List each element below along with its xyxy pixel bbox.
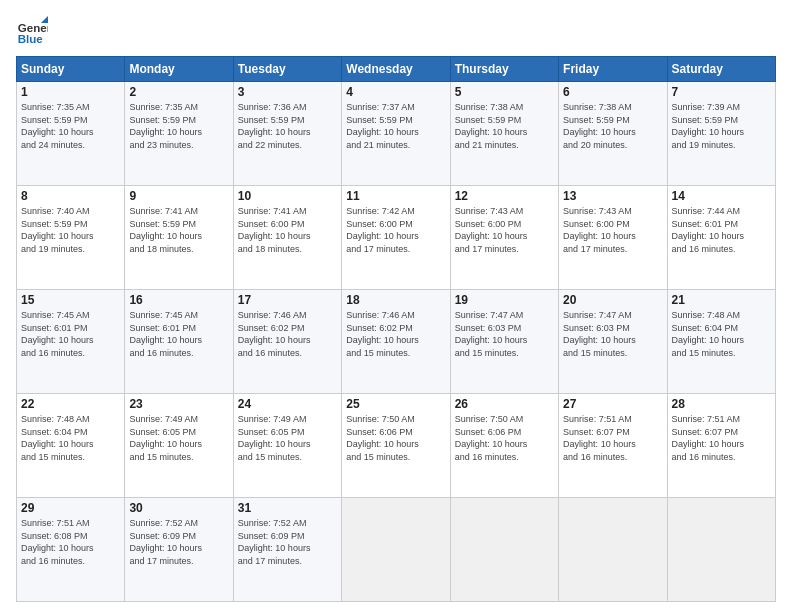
calendar-cell: 31Sunrise: 7:52 AM Sunset: 6:09 PM Dayli… xyxy=(233,498,341,602)
day-info: Sunrise: 7:52 AM Sunset: 6:09 PM Dayligh… xyxy=(238,517,337,567)
day-info: Sunrise: 7:40 AM Sunset: 5:59 PM Dayligh… xyxy=(21,205,120,255)
day-number: 6 xyxy=(563,85,662,99)
day-info: Sunrise: 7:47 AM Sunset: 6:03 PM Dayligh… xyxy=(455,309,554,359)
weekday-header-monday: Monday xyxy=(125,57,233,82)
calendar-cell: 10Sunrise: 7:41 AM Sunset: 6:00 PM Dayli… xyxy=(233,186,341,290)
day-info: Sunrise: 7:38 AM Sunset: 5:59 PM Dayligh… xyxy=(563,101,662,151)
calendar-cell xyxy=(342,498,450,602)
day-number: 19 xyxy=(455,293,554,307)
logo: General Blue xyxy=(16,16,48,48)
day-info: Sunrise: 7:36 AM Sunset: 5:59 PM Dayligh… xyxy=(238,101,337,151)
weekday-header-wednesday: Wednesday xyxy=(342,57,450,82)
calendar-cell: 2Sunrise: 7:35 AM Sunset: 5:59 PM Daylig… xyxy=(125,82,233,186)
calendar-cell xyxy=(667,498,775,602)
day-number: 8 xyxy=(21,189,120,203)
day-info: Sunrise: 7:37 AM Sunset: 5:59 PM Dayligh… xyxy=(346,101,445,151)
day-number: 23 xyxy=(129,397,228,411)
weekday-header-tuesday: Tuesday xyxy=(233,57,341,82)
calendar-cell: 9Sunrise: 7:41 AM Sunset: 5:59 PM Daylig… xyxy=(125,186,233,290)
calendar-cell: 17Sunrise: 7:46 AM Sunset: 6:02 PM Dayli… xyxy=(233,290,341,394)
day-info: Sunrise: 7:42 AM Sunset: 6:00 PM Dayligh… xyxy=(346,205,445,255)
day-info: Sunrise: 7:46 AM Sunset: 6:02 PM Dayligh… xyxy=(346,309,445,359)
weekday-header-saturday: Saturday xyxy=(667,57,775,82)
day-info: Sunrise: 7:46 AM Sunset: 6:02 PM Dayligh… xyxy=(238,309,337,359)
calendar-cell: 18Sunrise: 7:46 AM Sunset: 6:02 PM Dayli… xyxy=(342,290,450,394)
day-number: 12 xyxy=(455,189,554,203)
day-info: Sunrise: 7:35 AM Sunset: 5:59 PM Dayligh… xyxy=(129,101,228,151)
day-info: Sunrise: 7:43 AM Sunset: 6:00 PM Dayligh… xyxy=(455,205,554,255)
calendar-cell xyxy=(559,498,667,602)
day-number: 17 xyxy=(238,293,337,307)
calendar-cell: 4Sunrise: 7:37 AM Sunset: 5:59 PM Daylig… xyxy=(342,82,450,186)
day-number: 14 xyxy=(672,189,771,203)
calendar-cell: 22Sunrise: 7:48 AM Sunset: 6:04 PM Dayli… xyxy=(17,394,125,498)
calendar-cell: 20Sunrise: 7:47 AM Sunset: 6:03 PM Dayli… xyxy=(559,290,667,394)
calendar-cell: 30Sunrise: 7:52 AM Sunset: 6:09 PM Dayli… xyxy=(125,498,233,602)
calendar-cell: 11Sunrise: 7:42 AM Sunset: 6:00 PM Dayli… xyxy=(342,186,450,290)
day-info: Sunrise: 7:52 AM Sunset: 6:09 PM Dayligh… xyxy=(129,517,228,567)
weekday-header-sunday: Sunday xyxy=(17,57,125,82)
day-number: 16 xyxy=(129,293,228,307)
calendar-cell: 13Sunrise: 7:43 AM Sunset: 6:00 PM Dayli… xyxy=(559,186,667,290)
day-info: Sunrise: 7:47 AM Sunset: 6:03 PM Dayligh… xyxy=(563,309,662,359)
calendar-cell xyxy=(450,498,558,602)
calendar-cell: 3Sunrise: 7:36 AM Sunset: 5:59 PM Daylig… xyxy=(233,82,341,186)
day-number: 21 xyxy=(672,293,771,307)
day-number: 3 xyxy=(238,85,337,99)
calendar-cell: 27Sunrise: 7:51 AM Sunset: 6:07 PM Dayli… xyxy=(559,394,667,498)
calendar-cell: 15Sunrise: 7:45 AM Sunset: 6:01 PM Dayli… xyxy=(17,290,125,394)
calendar-cell: 24Sunrise: 7:49 AM Sunset: 6:05 PM Dayli… xyxy=(233,394,341,498)
svg-text:Blue: Blue xyxy=(18,33,44,45)
day-info: Sunrise: 7:38 AM Sunset: 5:59 PM Dayligh… xyxy=(455,101,554,151)
calendar-cell: 29Sunrise: 7:51 AM Sunset: 6:08 PM Dayli… xyxy=(17,498,125,602)
day-number: 26 xyxy=(455,397,554,411)
calendar-cell: 21Sunrise: 7:48 AM Sunset: 6:04 PM Dayli… xyxy=(667,290,775,394)
day-info: Sunrise: 7:50 AM Sunset: 6:06 PM Dayligh… xyxy=(455,413,554,463)
calendar-cell: 12Sunrise: 7:43 AM Sunset: 6:00 PM Dayli… xyxy=(450,186,558,290)
day-info: Sunrise: 7:39 AM Sunset: 5:59 PM Dayligh… xyxy=(672,101,771,151)
day-number: 7 xyxy=(672,85,771,99)
calendar-cell: 23Sunrise: 7:49 AM Sunset: 6:05 PM Dayli… xyxy=(125,394,233,498)
day-info: Sunrise: 7:45 AM Sunset: 6:01 PM Dayligh… xyxy=(129,309,228,359)
day-info: Sunrise: 7:48 AM Sunset: 6:04 PM Dayligh… xyxy=(21,413,120,463)
day-number: 18 xyxy=(346,293,445,307)
calendar-cell: 14Sunrise: 7:44 AM Sunset: 6:01 PM Dayli… xyxy=(667,186,775,290)
day-info: Sunrise: 7:49 AM Sunset: 6:05 PM Dayligh… xyxy=(129,413,228,463)
day-number: 13 xyxy=(563,189,662,203)
calendar-cell: 26Sunrise: 7:50 AM Sunset: 6:06 PM Dayli… xyxy=(450,394,558,498)
day-number: 4 xyxy=(346,85,445,99)
day-info: Sunrise: 7:48 AM Sunset: 6:04 PM Dayligh… xyxy=(672,309,771,359)
calendar-cell: 1Sunrise: 7:35 AM Sunset: 5:59 PM Daylig… xyxy=(17,82,125,186)
day-number: 15 xyxy=(21,293,120,307)
day-number: 11 xyxy=(346,189,445,203)
day-number: 2 xyxy=(129,85,228,99)
weekday-header-thursday: Thursday xyxy=(450,57,558,82)
day-info: Sunrise: 7:35 AM Sunset: 5:59 PM Dayligh… xyxy=(21,101,120,151)
calendar-cell: 7Sunrise: 7:39 AM Sunset: 5:59 PM Daylig… xyxy=(667,82,775,186)
calendar-cell: 28Sunrise: 7:51 AM Sunset: 6:07 PM Dayli… xyxy=(667,394,775,498)
calendar-cell: 16Sunrise: 7:45 AM Sunset: 6:01 PM Dayli… xyxy=(125,290,233,394)
day-number: 22 xyxy=(21,397,120,411)
calendar-cell: 25Sunrise: 7:50 AM Sunset: 6:06 PM Dayli… xyxy=(342,394,450,498)
day-number: 1 xyxy=(21,85,120,99)
day-info: Sunrise: 7:51 AM Sunset: 6:07 PM Dayligh… xyxy=(563,413,662,463)
day-info: Sunrise: 7:50 AM Sunset: 6:06 PM Dayligh… xyxy=(346,413,445,463)
day-number: 29 xyxy=(21,501,120,515)
day-number: 20 xyxy=(563,293,662,307)
logo-icon: General Blue xyxy=(16,16,48,48)
weekday-header-friday: Friday xyxy=(559,57,667,82)
page-header: General Blue xyxy=(16,16,776,48)
day-number: 5 xyxy=(455,85,554,99)
calendar-cell: 8Sunrise: 7:40 AM Sunset: 5:59 PM Daylig… xyxy=(17,186,125,290)
day-info: Sunrise: 7:43 AM Sunset: 6:00 PM Dayligh… xyxy=(563,205,662,255)
day-number: 27 xyxy=(563,397,662,411)
day-number: 10 xyxy=(238,189,337,203)
calendar-cell: 6Sunrise: 7:38 AM Sunset: 5:59 PM Daylig… xyxy=(559,82,667,186)
day-info: Sunrise: 7:49 AM Sunset: 6:05 PM Dayligh… xyxy=(238,413,337,463)
calendar-cell: 5Sunrise: 7:38 AM Sunset: 5:59 PM Daylig… xyxy=(450,82,558,186)
day-info: Sunrise: 7:41 AM Sunset: 5:59 PM Dayligh… xyxy=(129,205,228,255)
calendar-cell: 19Sunrise: 7:47 AM Sunset: 6:03 PM Dayli… xyxy=(450,290,558,394)
day-number: 25 xyxy=(346,397,445,411)
day-number: 30 xyxy=(129,501,228,515)
day-info: Sunrise: 7:45 AM Sunset: 6:01 PM Dayligh… xyxy=(21,309,120,359)
